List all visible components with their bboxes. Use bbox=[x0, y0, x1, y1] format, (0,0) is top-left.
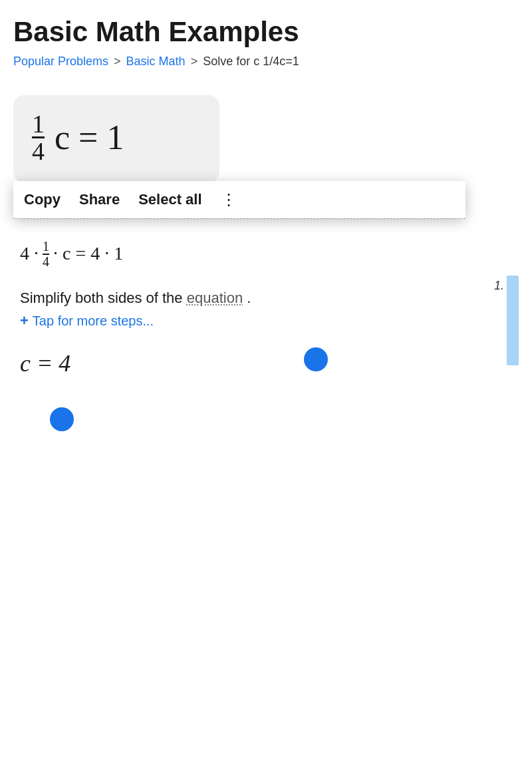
final-answer: c = 4 bbox=[20, 349, 512, 377]
tap-more-label: Tap for more steps... bbox=[33, 313, 154, 329]
breadcrumb-sep2: > bbox=[191, 55, 198, 69]
equation-rest: c = 1 bbox=[55, 118, 124, 156]
breadcrumb-popular-problems[interactable]: Popular Problems bbox=[13, 55, 108, 69]
context-menu: Copy Share Select all ⋮ bbox=[13, 181, 466, 218]
simplify-text-before: Simplify both sides of the bbox=[20, 290, 183, 306]
breadcrumb: Popular Problems > Basic Math > Solve fo… bbox=[13, 55, 519, 69]
main-frac-denominator: 4 bbox=[32, 136, 45, 164]
step-suffix: · c = 4 · 1 bbox=[53, 243, 123, 264]
simplify-text: Simplify both sides of the equation . bbox=[20, 290, 512, 307]
equation-box: 1 4 c = 1 bbox=[13, 95, 219, 182]
step-fraction: 1 4 bbox=[43, 239, 49, 268]
more-options-icon[interactable]: ⋮ bbox=[221, 190, 237, 209]
step-prefix: 4 · bbox=[20, 243, 39, 264]
equation-link[interactable]: equation bbox=[187, 290, 243, 306]
cursor-handle-bottom bbox=[50, 407, 74, 431]
selection-highlight-bar bbox=[507, 276, 519, 365]
step-frac-denominator: 4 bbox=[43, 254, 49, 268]
breadcrumb-sep1: > bbox=[114, 55, 121, 69]
share-button[interactable]: Share bbox=[79, 191, 120, 208]
context-menu-divider bbox=[13, 218, 466, 219]
step-section: 4 · 1 4 · c = 4 · 1 Simplify both sides … bbox=[13, 239, 519, 377]
tap-for-more-steps[interactable]: + Tap for more steps... bbox=[20, 312, 512, 329]
selection-bar-label: 1. bbox=[494, 279, 504, 293]
simplify-text-after: . bbox=[247, 290, 251, 306]
cursor-handle-top bbox=[304, 347, 328, 371]
copy-button[interactable]: Copy bbox=[24, 191, 61, 208]
breadcrumb-current: Solve for c 1/4c=1 bbox=[203, 55, 299, 69]
step-frac-numerator: 1 bbox=[43, 239, 49, 254]
select-all-button[interactable]: Select all bbox=[138, 191, 201, 208]
plus-icon: + bbox=[20, 312, 29, 329]
breadcrumb-basic-math[interactable]: Basic Math bbox=[126, 55, 186, 69]
main-equation: 1 4 c = 1 bbox=[32, 111, 201, 164]
page-title: Basic Math Examples bbox=[13, 16, 519, 48]
main-frac-numerator: 1 bbox=[32, 111, 45, 136]
main-fraction: 1 4 bbox=[32, 111, 45, 164]
step-equation: 4 · 1 4 · c = 4 · 1 bbox=[20, 239, 512, 268]
